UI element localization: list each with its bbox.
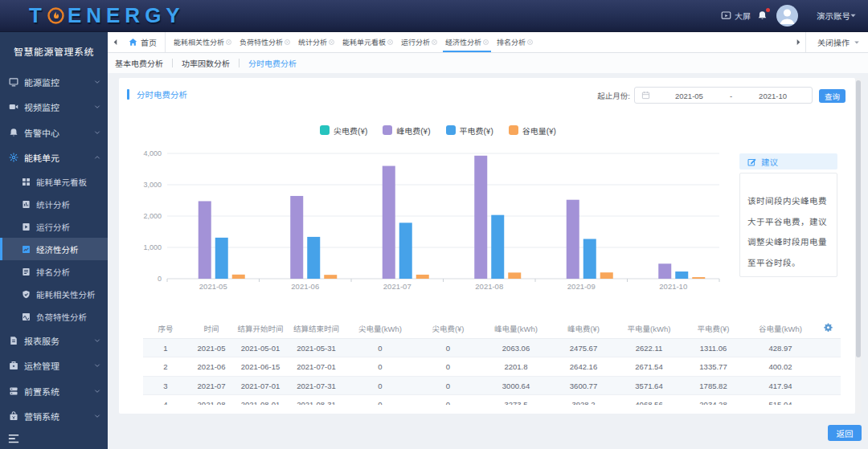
chart-bar <box>399 222 412 279</box>
legend-item-1[interactable]: 尖电费(¥) <box>320 124 367 137</box>
column-header: 谷电量(kWh) <box>746 319 815 338</box>
subtab-3[interactable]: 分时电费分析 <box>248 57 297 69</box>
sidebar-item-label: 能耗相关性分析 <box>36 288 96 300</box>
month-range-picker[interactable]: 2021-05 - 2021-10 <box>634 87 813 104</box>
date-end-value[interactable]: 2021-10 <box>734 90 812 101</box>
sidebar-collapse-icon[interactable] <box>8 434 19 443</box>
scroll-tabs-right-icon[interactable] <box>791 32 805 52</box>
table-cell: 2021-08 <box>188 395 235 406</box>
legend-item-3[interactable]: 平电费(¥) <box>446 124 493 137</box>
alarm-icon <box>9 128 18 137</box>
sidebar-item-label: 经济性分析 <box>36 243 79 255</box>
sidebar-item-14[interactable]: 前置系统 <box>0 378 108 404</box>
close-icon[interactable] <box>527 39 533 45</box>
x-axis-category-label: 2021-06 <box>291 280 319 292</box>
close-icon[interactable] <box>329 39 334 45</box>
table-cell: 0 <box>414 338 482 357</box>
tab-1[interactable]: 能耗相关性分析 <box>170 32 235 52</box>
date-start-value[interactable]: 2021-05 <box>650 90 728 101</box>
tab-7[interactable]: 排名分析 <box>493 32 537 52</box>
bell-icon <box>757 10 768 21</box>
panel-header: 分时电费分析 起止月份: 2021-05 - 2021-10 查询 <box>119 78 855 113</box>
tab-4[interactable]: 能耗单元看板 <box>338 32 397 52</box>
sidebar-item-label: 负荷特性分析 <box>36 311 87 323</box>
sidebar-item-9[interactable]: 排名分析 <box>0 260 108 283</box>
scrollbar-thumb[interactable] <box>856 80 861 357</box>
sidebar-item-15[interactable]: 营销系统 <box>0 404 108 430</box>
sidebar-menu: 能源监控视频监控告警中心能耗单元能耗单元看板统计分析运行分析经济性分析排名分析能… <box>0 69 108 429</box>
back-button[interactable]: 返回 <box>828 425 862 441</box>
big-screen-button[interactable]: 大屏 <box>721 0 751 31</box>
tab-6[interactable]: 经济性分析 <box>441 32 493 52</box>
sidebar-item-3[interactable]: 告警中心 <box>0 120 108 145</box>
sidebar-item-12[interactable]: 报表服务 <box>0 328 108 353</box>
table-row-3[interactable]: 32021-072021-07-012021-07-31003000.64360… <box>143 376 841 395</box>
legend-item-2[interactable]: 峰电费(¥) <box>383 124 430 137</box>
chart-bar <box>508 272 521 279</box>
sidebar-item-8[interactable]: 经济性分析 <box>0 238 108 260</box>
subtab-2[interactable]: 功率因数分析 <box>182 57 230 69</box>
notification-bell[interactable] <box>757 0 768 31</box>
sidebar-item-6[interactable]: 统计分析 <box>0 193 108 215</box>
table-row-1[interactable]: 12021-052021-05-012021-05-31002063.06247… <box>143 338 841 357</box>
sidebar-item-label: 运行分析 <box>36 221 70 233</box>
x-axis-category-label: 2021-08 <box>475 280 503 292</box>
table-cell: 3600.77 <box>550 376 617 395</box>
column-header: 结算开始时间 <box>235 319 286 338</box>
chart-bar <box>658 263 671 279</box>
account-chevron-down-icon[interactable] <box>850 0 857 31</box>
column-header: 平电量(kWh) <box>617 319 681 338</box>
table-cell: 2642.16 <box>550 357 617 377</box>
account-menu[interactable]: 演示账号 <box>817 0 850 31</box>
close-operations-dropdown[interactable]: 关闭操作 <box>806 32 868 52</box>
query-button[interactable]: 查询 <box>819 89 845 103</box>
sidebar-item-13[interactable]: 运检管理 <box>0 353 108 379</box>
sidebar-item-11[interactable]: 负荷特性分析 <box>0 305 108 328</box>
close-icon[interactable] <box>432 39 437 45</box>
sidebar-item-4[interactable]: 能耗单元 <box>0 145 108 171</box>
bar-chart: 尖电费(¥)峰电费(¥)平电费(¥)谷电量(¥) 01,0002,0003,00… <box>129 119 747 301</box>
y-axis-tick-label: 3,000 <box>143 179 162 190</box>
tab-5[interactable]: 运行分析 <box>397 32 441 52</box>
tab-label: 负荷特性分析 <box>240 37 283 47</box>
legend-item-4[interactable]: 谷电量(¥) <box>509 124 556 137</box>
chart-bar <box>383 166 395 279</box>
avatar[interactable] <box>776 0 798 31</box>
analysis-panel: 分时电费分析 起止月份: 2021-05 - 2021-10 查询 尖电费(¥)… <box>119 78 855 414</box>
tab-3[interactable]: 统计分析 <box>294 32 338 52</box>
sidebar-item-7[interactable]: 运行分析 <box>0 215 108 238</box>
table-cell: 3 <box>143 376 188 395</box>
sidebar-item-5[interactable]: 能耗单元看板 <box>0 170 108 193</box>
tab-2[interactable]: 负荷特性分析 <box>235 32 294 52</box>
close-icon[interactable] <box>483 39 489 45</box>
vertical-scrollbar[interactable] <box>855 78 862 414</box>
chart-bar <box>491 215 504 279</box>
close-icon[interactable] <box>285 39 290 45</box>
chart-bar <box>416 275 429 279</box>
sidebar-item-10[interactable]: 能耗相关性分析 <box>0 283 108 305</box>
table-row-2[interactable]: 22021-062021-06-152021-07-01002201.82642… <box>143 357 841 377</box>
table-settings-gear-icon[interactable] <box>824 323 833 332</box>
sidebar-item-1[interactable]: 能源监控 <box>0 69 108 95</box>
big-screen-label: 大屏 <box>735 10 751 22</box>
topbar: T ENERGY 大屏 演示账号 <box>0 0 868 32</box>
notification-badge <box>766 8 770 12</box>
table-cell: 4 <box>143 395 188 406</box>
table-cell: 515.04 <box>746 395 815 406</box>
query-controls: 起止月份: 2021-05 - 2021-10 查询 <box>597 87 845 104</box>
table-row-4[interactable]: 42021-082021-08-012021-08-31003273.53928… <box>143 395 841 406</box>
tab-label: 统计分析 <box>298 37 327 47</box>
column-header: 序号 <box>143 319 188 338</box>
close-icon[interactable] <box>387 39 393 45</box>
close-icon[interactable] <box>226 39 231 45</box>
sidebar-item-2[interactable]: 视频监控 <box>0 95 108 120</box>
tab-home[interactable]: 首页 <box>122 32 166 52</box>
scroll-tabs-left-icon[interactable] <box>108 32 122 52</box>
sidebar-item-label: 排名分析 <box>36 266 70 278</box>
subtab-1[interactable]: 基本电费分析 <box>115 57 163 69</box>
content: 分时电费分析 起止月份: 2021-05 - 2021-10 查询 尖电费(¥)… <box>108 73 868 449</box>
table-cell: 0 <box>414 376 482 395</box>
sidebar-item-label: 能耗单元 <box>24 151 59 164</box>
legend-swatch <box>509 125 518 135</box>
chart-bar <box>290 196 303 279</box>
